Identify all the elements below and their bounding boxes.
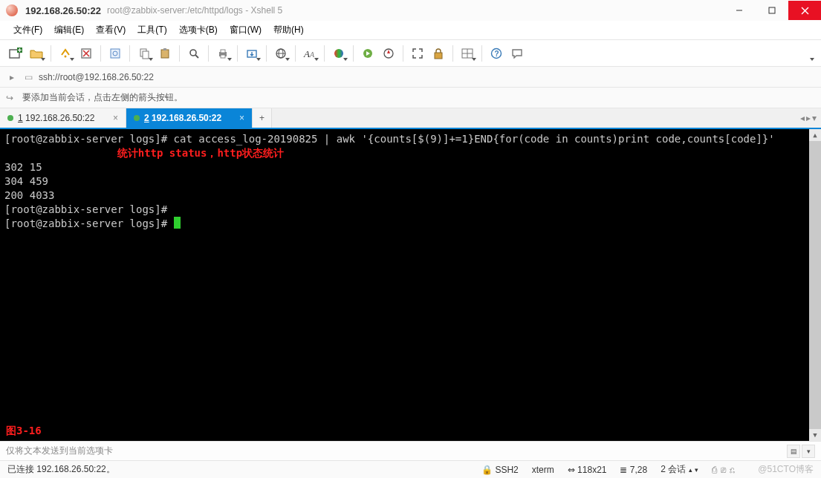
terminal-annotation: 统计http status，http状态统计	[117, 147, 284, 159]
tab-2[interactable]: 2 192.168.26.50:22 ×	[126, 108, 253, 128]
toolbar-separator	[353, 45, 354, 62]
toolbar-separator	[208, 45, 209, 62]
toolbar-separator	[100, 45, 101, 62]
terminal[interactable]: [root@zabbix-server logs]# cat access_lo…	[0, 129, 821, 441]
file-transfer-icon[interactable]	[242, 44, 262, 63]
svg-rect-16	[161, 50, 169, 58]
terminal-cursor	[174, 217, 181, 229]
status-term: xterm	[532, 465, 554, 475]
scroll-down-icon[interactable]: ▼	[809, 429, 821, 441]
resize-icon: ⇔	[568, 465, 575, 475]
toolbar-separator	[51, 45, 51, 62]
window-controls	[723, 1, 821, 20]
terminal-scrollbar[interactable]: ▲ ▼	[809, 129, 821, 441]
svg-rect-32	[435, 53, 442, 59]
copy-icon[interactable]	[134, 44, 154, 63]
toolbar-separator	[129, 45, 130, 62]
script-icon[interactable]	[358, 44, 377, 63]
window-title-main: 192.168.26.50:22	[25, 5, 101, 16]
address-prefix-icon[interactable]: ▸	[6, 72, 18, 82]
tab-list-icon[interactable]: ▾	[812, 113, 817, 123]
hint-bar: ↪ 要添加当前会话，点击左侧的箭头按钮。	[0, 88, 821, 108]
send-options: ▤ ▾	[787, 445, 815, 458]
toolbar-separator	[266, 45, 267, 62]
svg-rect-17	[163, 48, 166, 50]
menu-tabs[interactable]: 选项卡(B)	[173, 21, 224, 39]
menu-view[interactable]: 查看(V)	[90, 21, 132, 39]
menu-edit[interactable]: 编辑(E)	[48, 21, 90, 39]
minimize-button[interactable]	[723, 1, 756, 20]
font-icon[interactable]: AA	[300, 44, 319, 63]
svg-rect-15	[143, 51, 149, 59]
tab-1-close-icon[interactable]: ×	[113, 113, 118, 123]
toolbar-overflow-icon[interactable]	[796, 44, 815, 63]
figure-label: 图3-16	[6, 424, 42, 438]
scroll-up-icon[interactable]: ▲	[809, 129, 821, 141]
toolbar-separator	[237, 45, 238, 62]
address-bar: ▸ ▭ ssh://root@192.168.26.50:22	[0, 67, 821, 88]
hint-arrow-icon[interactable]: ↪	[6, 93, 18, 103]
globe-icon[interactable]	[271, 44, 291, 63]
svg-point-29	[334, 49, 343, 58]
compass-icon[interactable]	[379, 44, 398, 63]
title-bar: 192.168.26.50:22 root@zabbix-server:/etc…	[0, 0, 821, 21]
send-dropdown-icon[interactable]: ▾	[802, 445, 815, 458]
help-icon[interactable]: ?	[487, 44, 506, 63]
toolbar-separator	[179, 45, 180, 62]
window-title-sub: root@zabbix-server:/etc/httpd/logs - Xsh…	[107, 5, 282, 16]
session-icon: ▭	[22, 72, 34, 82]
disconnect-icon[interactable]	[77, 44, 96, 63]
maximize-button[interactable]	[756, 1, 788, 20]
send-input[interactable]: 仅将文本发送到当前选项卡	[6, 445, 787, 457]
menu-tools[interactable]: 工具(T)	[132, 21, 172, 39]
toolbar: AA ?	[0, 40, 821, 67]
toolbar-separator	[481, 45, 482, 62]
fullscreen-icon[interactable]	[408, 44, 427, 63]
new-session-icon[interactable]	[6, 44, 25, 63]
status-sessions: 2 会话 ▴ ▾	[661, 463, 698, 476]
svg-point-8	[65, 55, 67, 57]
tab-next-icon[interactable]: ▸	[806, 113, 811, 123]
toolbar-separator	[295, 45, 296, 62]
svg-point-18	[190, 50, 196, 56]
tab-bar: 1 192.168.26.50:22 × 2 192.168.26.50:22 …	[0, 108, 821, 129]
chat-icon[interactable]	[507, 44, 527, 63]
tab-1-label: 1 192.168.26.50:22	[18, 113, 94, 123]
menu-window[interactable]: 窗口(W)	[224, 21, 267, 39]
terminal-line: 304 459	[4, 175, 48, 187]
status-proto: 🔒 SSH2	[481, 465, 519, 475]
terminal-line: [root@zabbix-server logs]#	[4, 217, 174, 229]
tab-1[interactable]: 1 192.168.26.50:22 ×	[0, 108, 126, 128]
terminal-line: 200 4033	[4, 189, 54, 201]
menu-help[interactable]: 帮助(H)	[267, 21, 310, 39]
tab-2-close-icon[interactable]: ×	[239, 113, 244, 123]
status-caps: ⎙ ⎚ ⎌	[712, 465, 734, 475]
layout-icon[interactable]	[458, 44, 477, 63]
svg-rect-21	[221, 50, 225, 53]
properties-icon[interactable]	[106, 44, 125, 63]
print-icon[interactable]	[213, 44, 233, 63]
svg-text:?: ?	[495, 50, 499, 58]
send-bar: 仅将文本发送到当前选项卡 ▤ ▾	[0, 441, 821, 460]
toolbar-separator	[324, 45, 325, 62]
svg-rect-12	[111, 49, 120, 58]
terminal-line: [root@zabbix-server logs]#	[4, 203, 167, 215]
scroll-thumb[interactable]	[809, 141, 821, 429]
status-connection: 已连接 192.168.26.50:22。	[7, 463, 115, 476]
open-session-icon[interactable]	[27, 44, 46, 63]
status-size: ⇔ 118x21	[568, 465, 607, 475]
color-scheme-icon[interactable]	[329, 44, 348, 63]
status-pos: ≣ 7,28	[620, 465, 647, 475]
find-icon[interactable]	[184, 44, 204, 63]
address-url[interactable]: ssh://root@192.168.26.50:22	[39, 72, 154, 82]
paste-icon[interactable]	[155, 44, 175, 63]
reconnect-icon[interactable]	[56, 44, 75, 63]
tab-prev-icon[interactable]: ◂	[800, 113, 805, 123]
menu-file[interactable]: 文件(F)	[7, 21, 48, 39]
tab-nav: ◂ ▸ ▾	[796, 108, 821, 128]
lock-icon[interactable]	[429, 44, 448, 63]
close-button[interactable]	[788, 1, 821, 20]
send-mode-icon[interactable]: ▤	[787, 445, 800, 458]
new-tab-button[interactable]: +	[253, 108, 272, 128]
svg-text:A: A	[303, 48, 310, 59]
